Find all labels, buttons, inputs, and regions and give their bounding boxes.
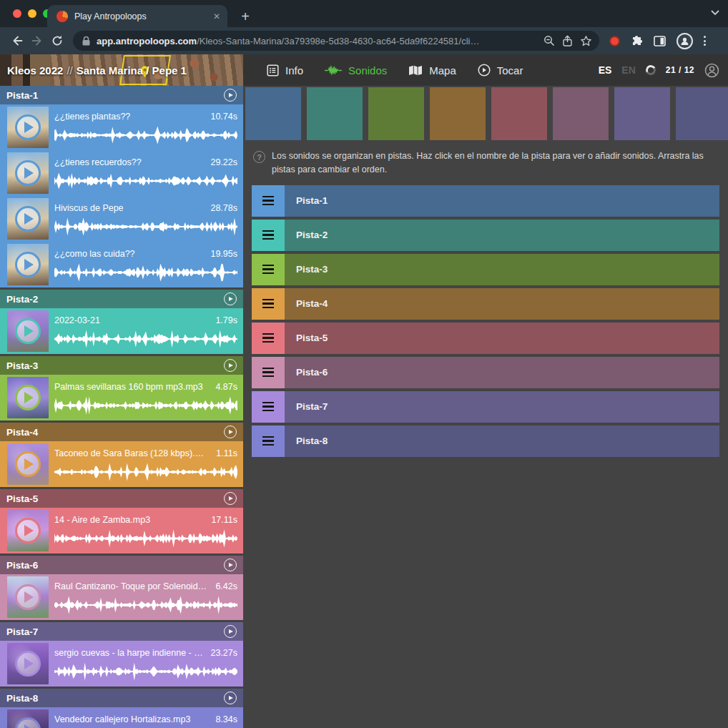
bookmark-star-icon[interactable] [580, 35, 592, 47]
side-panel-icon[interactable] [654, 36, 666, 46]
track-play-icon[interactable] [224, 89, 237, 102]
track-drag-handle[interactable] [252, 220, 285, 251]
audio-clip[interactable]: sergio cuevas - la harpe indienne - 03 -… [0, 641, 243, 687]
track-header[interactable]: Pista-3 [0, 356, 243, 375]
track-row-body[interactable]: Pista-7 [285, 391, 719, 423]
clip-play-icon[interactable] [15, 651, 41, 677]
tab-search-chevron-icon[interactable] [711, 10, 719, 16]
clip-play-icon[interactable] [15, 318, 41, 344]
track-row-pista-3[interactable]: Pista-3 [252, 254, 719, 285]
help-note: ? Los sonidos se organizan en pistas. Ha… [253, 149, 717, 177]
reload-button[interactable] [47, 31, 67, 51]
track-play-icon[interactable] [224, 359, 237, 372]
track-drag-handle[interactable] [252, 185, 285, 217]
audio-clip[interactable]: Taconeo de Sara Baras (128 kbps).mp3 1.1… [0, 441, 243, 487]
extensions-puzzle-icon[interactable] [631, 35, 643, 47]
zoom-level-icon[interactable] [543, 35, 555, 46]
clip-play-icon[interactable] [15, 114, 41, 140]
track-play-icon[interactable] [224, 426, 237, 438]
color-swatch-pista-2[interactable] [307, 87, 363, 140]
audio-clip[interactable]: Palmas sevillanas 160 bpm mp3.mp3 4.87s [0, 375, 243, 420]
track-row-pista-7[interactable]: Pista-7 [252, 391, 719, 423]
nav-tab-mapa[interactable]: Mapa [398, 64, 467, 77]
track-row-body[interactable]: Pista-2 [285, 220, 719, 251]
track-row-body[interactable]: Pista-8 [285, 426, 719, 457]
browser-menu-icon[interactable] [704, 36, 706, 46]
track-play-icon[interactable] [224, 625, 237, 638]
nav-tab-sonidos[interactable]: Sonidos [314, 64, 398, 77]
audio-clip[interactable]: 2022-03-21 1.79s [0, 308, 243, 354]
share-icon[interactable] [562, 35, 573, 47]
address-bar[interactable]: app.antropoloops.com/Kleos-Santa-Marina/… [73, 31, 599, 51]
clip-play-icon[interactable] [15, 717, 41, 728]
audio-clip[interactable]: Vendedor callejero Hortalizas.mp3 8.34s [0, 707, 243, 728]
track-row-body[interactable]: Pista-1 [285, 185, 719, 217]
track-row-pista-4[interactable]: Pista-4 [252, 288, 719, 320]
audio-clip[interactable]: Raul Cantizano- Toque por Solenoide.mp3 … [0, 574, 243, 620]
browser-tab[interactable]: Play Antropoloops ✕ [47, 5, 227, 27]
track-row-body[interactable]: Pista-4 [285, 288, 719, 320]
track-header[interactable]: Pista-4 [0, 423, 243, 441]
track-row-pista-6[interactable]: Pista-6 [252, 357, 719, 388]
clip-play-icon[interactable] [15, 518, 41, 543]
track-drag-handle[interactable] [252, 426, 285, 457]
track-row-label: Pista-1 [296, 195, 328, 206]
language-en-button[interactable]: EN [621, 64, 635, 76]
track-header[interactable]: Pista-2 [0, 290, 243, 308]
account-icon[interactable] [704, 63, 719, 78]
clip-play-icon[interactable] [15, 451, 41, 477]
track-drag-handle[interactable] [252, 323, 285, 354]
browser-profile-avatar[interactable] [677, 33, 693, 49]
close-window-icon[interactable] [13, 9, 21, 18]
clip-play-icon[interactable] [15, 252, 41, 277]
audio-clip[interactable]: ¿¿tienes recuerdos?? 29.22s [0, 150, 243, 196]
nav-tab-tocar[interactable]: Tocar [467, 64, 534, 77]
track-row-body[interactable]: Pista-3 [285, 254, 719, 285]
track-play-icon[interactable] [224, 559, 237, 571]
color-swatch-pista-4[interactable] [430, 87, 486, 140]
track-drag-handle[interactable] [252, 391, 285, 423]
audio-clip[interactable]: 14 - Aire de Zamba.mp3 17.11s [0, 508, 243, 554]
track-row-body[interactable]: Pista-6 [285, 357, 719, 388]
color-swatch-pista-1[interactable] [245, 87, 301, 140]
audio-clip[interactable]: Hiviscus de Pepe 28.78s [0, 196, 243, 242]
track-header[interactable]: Pista-5 [0, 489, 243, 508]
back-button[interactable] [7, 31, 27, 51]
track-header[interactable]: Pista-1 [0, 86, 243, 104]
color-swatch-pista-6[interactable] [553, 87, 609, 140]
clip-play-icon[interactable] [15, 160, 41, 186]
track-play-icon[interactable] [224, 692, 237, 704]
nav-tab-info[interactable]: Info [256, 64, 314, 77]
track-row-pista-1[interactable]: Pista-1 [252, 185, 719, 217]
track-header[interactable]: Pista-8 [0, 689, 243, 707]
color-swatch-pista-3[interactable] [368, 87, 424, 140]
info-list-icon [267, 64, 279, 77]
macos-traffic-lights[interactable] [13, 9, 51, 18]
track-drag-handle[interactable] [252, 357, 285, 388]
breadcrumb-project[interactable]: Kleos 2022 [7, 64, 63, 77]
color-swatch-pista-7[interactable] [614, 87, 670, 140]
track-row-pista-8[interactable]: Pista-8 [252, 426, 719, 457]
recording-extension-icon[interactable] [609, 36, 620, 46]
language-es-button[interactable]: ES [599, 64, 612, 76]
track-header[interactable]: Pista-6 [0, 556, 243, 574]
minimize-window-icon[interactable] [28, 9, 36, 18]
clip-play-icon[interactable] [15, 584, 41, 610]
track-header[interactable]: Pista-7 [0, 622, 243, 641]
track-row-body[interactable]: Pista-5 [285, 323, 719, 354]
track-drag-handle[interactable] [252, 254, 285, 285]
tab-close-icon[interactable]: ✕ [213, 11, 220, 21]
clip-play-icon[interactable] [15, 206, 41, 232]
color-swatch-pista-8[interactable] [676, 87, 728, 140]
new-tab-button[interactable]: + [236, 7, 255, 26]
track-drag-handle[interactable] [252, 288, 285, 320]
audio-clip[interactable]: ¿¿tienes plantas?? 10.74s [0, 104, 243, 150]
track-row-pista-2[interactable]: Pista-2 [252, 220, 719, 251]
track-row-pista-5[interactable]: Pista-5 [252, 323, 719, 354]
color-swatch-pista-5[interactable] [491, 87, 547, 140]
track-play-icon[interactable] [224, 292, 237, 305]
clip-play-icon[interactable] [15, 385, 41, 410]
audio-clip[interactable]: ¿¿como las cuida?? 19.95s [0, 242, 243, 287]
track-play-icon[interactable] [224, 492, 237, 505]
forward-button[interactable] [27, 31, 47, 51]
